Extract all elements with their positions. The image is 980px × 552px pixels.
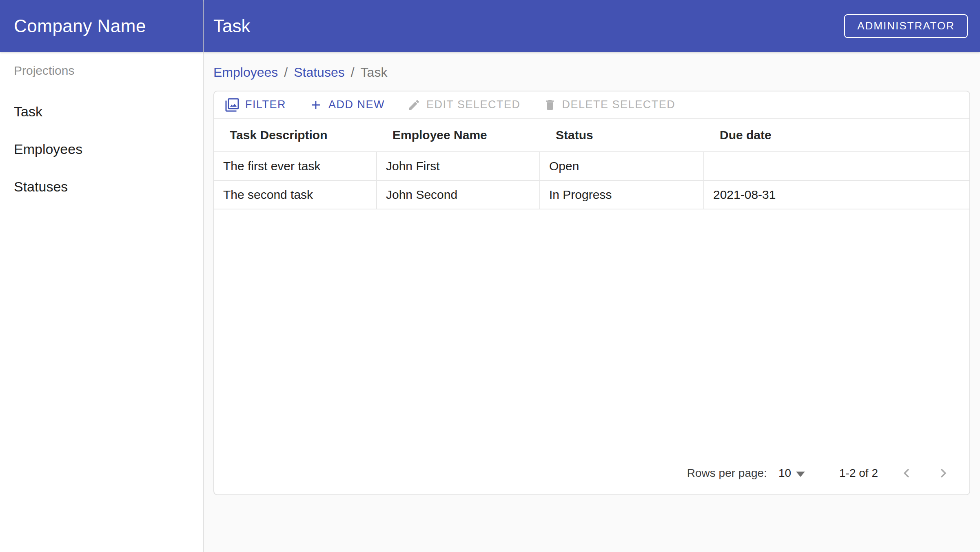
table-header-row: Task Description Employee Name Status Du… xyxy=(214,119,969,152)
rows-per-page-label: Rows per page: xyxy=(687,467,767,480)
filter-button-label: FILTER xyxy=(245,98,286,111)
sidebar-item-statuses[interactable]: Statuses xyxy=(0,168,203,205)
table-row[interactable]: The second task John Second In Progress … xyxy=(214,181,969,209)
cell-task-description[interactable]: The first ever task xyxy=(214,152,377,180)
company-name: Company Name xyxy=(14,16,146,36)
app-bar: Task ADMINISTRATOR xyxy=(204,0,980,52)
app-root: Company Name Projections Task Employees … xyxy=(0,0,980,552)
pagination: Rows per page: 10 1-2 of 2 xyxy=(214,452,969,494)
cell-employee-name[interactable]: John Second xyxy=(377,181,540,209)
add-new-button[interactable]: ADD NEW xyxy=(306,96,388,114)
sidebar-section-label: Projections xyxy=(0,58,203,83)
sidebar-header: Company Name xyxy=(0,0,203,52)
table-row[interactable]: The first ever task John First Open xyxy=(214,152,969,181)
breadcrumb-current: Task xyxy=(361,65,388,80)
previous-page-button[interactable] xyxy=(895,462,918,485)
cell-due-date[interactable]: 2021-08-31 xyxy=(704,181,969,209)
breadcrumb-separator: / xyxy=(351,65,355,80)
cell-status[interactable]: Open xyxy=(540,152,704,180)
sidebar-item-employees[interactable]: Employees xyxy=(0,130,203,168)
sidebar-nav: Projections Task Employees Statuses xyxy=(0,52,203,205)
data-grid-card: FILTER ADD NEW EDIT SELECTED DELETE SELE… xyxy=(213,91,970,495)
delete-selected-button[interactable]: DELETE SELECTED xyxy=(540,96,679,114)
filter-icon xyxy=(225,98,239,112)
chevron-right-icon xyxy=(934,464,952,482)
next-page-button[interactable] xyxy=(932,462,955,485)
column-header-task-description[interactable]: Task Description xyxy=(214,128,377,142)
rows-per-page-select[interactable]: 10 xyxy=(778,467,805,480)
breadcrumb-separator: / xyxy=(284,65,288,80)
cell-task-description[interactable]: The second task xyxy=(214,181,377,209)
grid-empty-space xyxy=(214,209,969,452)
delete-selected-button-label: DELETE SELECTED xyxy=(562,98,676,111)
content-area: Employees / Statuses / Task FILTER ADD N… xyxy=(204,52,980,552)
breadcrumb-link-employees[interactable]: Employees xyxy=(213,65,278,80)
rows-per-page-value: 10 xyxy=(778,467,791,480)
dropdown-arrow-icon xyxy=(796,472,805,477)
add-new-button-label: ADD NEW xyxy=(328,98,385,111)
main-area: Task ADMINISTRATOR Employees / Statuses … xyxy=(204,0,980,552)
page-title: Task xyxy=(213,16,250,36)
breadcrumb: Employees / Statuses / Task xyxy=(213,64,970,80)
filter-button[interactable]: FILTER xyxy=(222,95,289,115)
column-header-due-date[interactable]: Due date xyxy=(704,128,969,142)
cell-due-date[interactable] xyxy=(704,152,969,180)
add-icon xyxy=(309,98,323,112)
chevron-left-icon xyxy=(898,464,916,482)
sidebar-nav-list: Task Employees Statuses xyxy=(0,93,203,205)
edit-selected-button-label: EDIT SELECTED xyxy=(426,98,521,111)
cell-employee-name[interactable]: John First xyxy=(377,152,540,180)
cell-status[interactable]: In Progress xyxy=(540,181,704,209)
breadcrumb-link-statuses[interactable]: Statuses xyxy=(294,65,345,80)
administrator-button[interactable]: ADMINISTRATOR xyxy=(844,14,968,38)
column-header-employee-name[interactable]: Employee Name xyxy=(377,128,540,142)
pagination-range: 1-2 of 2 xyxy=(839,467,878,480)
sidebar-item-task[interactable]: Task xyxy=(0,93,203,130)
sidebar: Company Name Projections Task Employees … xyxy=(0,0,204,552)
column-header-status[interactable]: Status xyxy=(540,128,704,142)
delete-icon xyxy=(543,98,557,111)
edit-icon xyxy=(408,98,421,111)
edit-selected-button[interactable]: EDIT SELECTED xyxy=(404,96,524,114)
grid-toolbar: FILTER ADD NEW EDIT SELECTED DELETE SELE… xyxy=(214,91,969,119)
